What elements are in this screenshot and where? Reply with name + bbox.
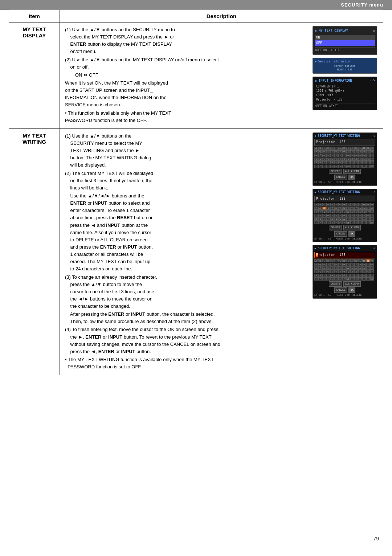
desc-cell-writing: (1) Use the ▲/▼ buttons on the SECURITY … bbox=[60, 128, 383, 375]
desc-text-display: (1) Use the ▲/▼ buttons on the SECURITY … bbox=[65, 26, 308, 125]
ok-btn-3: OK bbox=[348, 287, 355, 293]
writing-buttons-1b: CANCEL OK bbox=[314, 175, 375, 180]
desc-row-writing: (1) Use the ▲/▼ buttons on the SECURITY … bbox=[65, 132, 378, 372]
writing-keyboard-1: ABCDEFGHIJKLMNO PQRSTUVWXYZabcd efghijkl… bbox=[314, 147, 375, 168]
writing-footer-1: ENTER ↵ SET RESET ↺⊙⊞ -DELETE bbox=[314, 180, 375, 184]
option-on: ON bbox=[315, 35, 375, 41]
desc-p3: ON ⇔ OFF bbox=[65, 71, 308, 79]
desc-text-writing: (1) Use the ▲/▼ buttons on the SECURITY … bbox=[65, 132, 308, 372]
writing-keyboard-2: ABCDEFGHIJKLMNO PQRSTUVWXYZabcd efghijkl… bbox=[314, 203, 375, 224]
item-label-writing: MY TEXTWRITING bbox=[23, 132, 46, 145]
writing-buttons-2b: CANCEL OK bbox=[314, 231, 375, 237]
screen-writing-1: ◀ SECURITY_MY TEXT WRITING ⚙ Projector 1… bbox=[313, 132, 377, 186]
writing-keyboard-3: ABCDEFGHIJKLMNO PQRSTUVWXYZabcd efghijkl… bbox=[314, 259, 375, 281]
page-number: 79 bbox=[373, 536, 379, 541]
page: SECURITY menu Item Description MY TEXTDI… bbox=[0, 0, 392, 556]
writing-buttons-1: DELETE ALL CLEAR bbox=[314, 169, 375, 174]
main-table: Item Description MY TEXTDISPLAY (1) Use … bbox=[9, 10, 383, 375]
input-info-text: COMPUTER IN 1 1024 x 768 @60Hz FRAME LOC… bbox=[315, 85, 375, 102]
item-label-display: MY TEXTDISPLAY bbox=[23, 26, 46, 38]
service-title: ⊞ Service information bbox=[315, 60, 375, 64]
col-desc-header: Description bbox=[60, 10, 383, 23]
screen-input-info: ⊞ INPUT_INFORMATION 5.5 COMPUTER IN 1 10… bbox=[313, 77, 377, 110]
writing-p5: After pressing the ENTER or INPUT button… bbox=[65, 311, 308, 325]
col-item-header: Item bbox=[9, 10, 60, 23]
table-row: MY TEXTWRITING (1) Use the ▲/▼ buttons o… bbox=[9, 128, 383, 375]
input-info-footer: ⊙RETURN ⊙EXIT bbox=[315, 103, 375, 109]
header-title: SECURITY menu bbox=[341, 2, 383, 8]
desc-p5: • This function is available only when t… bbox=[65, 110, 308, 124]
writing-buttons-3: DELETE ALL CLEAR bbox=[314, 281, 375, 287]
desc-p4: When it is set ON, the MY TEXT will be d… bbox=[65, 79, 308, 109]
writing-p4: (3) To change an already inserted charac… bbox=[65, 274, 308, 310]
delete-btn-1: DELETE bbox=[329, 169, 342, 174]
delete-btn-3: DELETE bbox=[329, 281, 342, 287]
cancel-btn-3: CANCEL bbox=[334, 287, 347, 293]
screen-writing-3: ◀ SECURITY_MY TEXT WRITING ⚙ Projector 1… bbox=[313, 245, 377, 298]
service-text: screen options Model: 123 bbox=[315, 65, 375, 72]
writing-footer-2: ENTER ↵ SET RESET ↺⊙⊞ -DELETE bbox=[314, 237, 375, 241]
screen-title-display: ⊞ MY TEXT DISPLAY ⚙ bbox=[315, 28, 375, 34]
header-bar: SECURITY menu bbox=[0, 0, 392, 10]
writing-title-3: ◀ SECURITY_MY TEXT WRITING ⚙ bbox=[314, 246, 375, 251]
cancel-btn-2: CANCEL bbox=[334, 231, 347, 237]
ok-btn-2: OK bbox=[348, 231, 355, 237]
cancel-btn-1: CANCEL bbox=[334, 175, 347, 180]
desc-screenshots-writing: ◀ SECURITY_MY TEXT WRITING ⚙ Projector 1… bbox=[313, 132, 378, 299]
writing-p3: Use the ▲/▼/◄/► buttons and the ENTER or… bbox=[65, 192, 308, 273]
desc-screenshots-display: ⊞ MY TEXT DISPLAY ⚙ ON OFF ⊙RETURN ,⊙EXI… bbox=[313, 26, 378, 110]
delete-btn-2: DELETE bbox=[329, 225, 342, 230]
item-cell-writing: MY TEXTWRITING bbox=[9, 128, 60, 375]
allclear-btn-2: ALL CLEAR bbox=[343, 225, 361, 230]
desc-p1: (1) Use the ▲/▼ buttons on the SECURITY … bbox=[65, 26, 308, 56]
desc-cell-display: (1) Use the ▲/▼ buttons on the SECURITY … bbox=[60, 23, 383, 129]
screen-service-info: ⊞ Service information screen options Mod… bbox=[313, 58, 377, 74]
writing-title-1: ◀ SECURITY_MY TEXT WRITING ⚙ bbox=[314, 134, 375, 138]
input-info-title: ⊞ INPUT_INFORMATION 5.5 bbox=[315, 78, 375, 83]
writing-p7: • The MY TEXT WRITING function is availa… bbox=[65, 356, 308, 371]
table-row: MY TEXTDISPLAY (1) Use the ▲/▼ buttons o… bbox=[9, 23, 383, 129]
allclear-btn-3: ALL CLEAR bbox=[343, 281, 361, 287]
writing-buttons-2: DELETE ALL CLEAR bbox=[314, 225, 375, 230]
gear-icon: ⚙ bbox=[373, 28, 375, 34]
writing-p6: (4) To finish entering text, move the cu… bbox=[65, 326, 308, 355]
writing-input-1: Projector 123 bbox=[314, 139, 375, 146]
allclear-btn-1: ALL CLEAR bbox=[343, 169, 361, 174]
screen-footer-display: ⊙RETURN ,⊙EXIT bbox=[315, 47, 375, 53]
item-cell-display: MY TEXTDISPLAY bbox=[9, 23, 60, 129]
writing-footer-3: ENTER ↵ SET RESET ↺⊙⊞ -DELETE bbox=[314, 293, 375, 297]
writing-input-2: Projector 123 bbox=[314, 196, 375, 202]
writing-title-2: ◀ SECURITY_MY TEXT WRITING ⚙ bbox=[314, 190, 375, 195]
writing-p2: (2) The current MY TEXT will be displaye… bbox=[65, 170, 308, 192]
writing-input-3: Projector 123 bbox=[314, 252, 375, 258]
ok-btn-1: OK bbox=[348, 175, 355, 180]
desc-row-display: (1) Use the ▲/▼ buttons on the SECURITY … bbox=[65, 26, 378, 125]
desc-p2: (2) Use the ▲/▼ buttons on the MY TEXT D… bbox=[65, 56, 308, 71]
option-off: OFF bbox=[315, 40, 375, 46]
screen-display-onoff: ⊞ MY TEXT DISPLAY ⚙ ON OFF ⊙RETURN ,⊙EXI… bbox=[313, 26, 377, 55]
writing-p1: (1) Use the ▲/▼ buttons on the SECURITY … bbox=[65, 132, 308, 169]
writing-buttons-3b: CANCEL OK bbox=[314, 287, 375, 293]
screen-writing-2: ◀ SECURITY_MY TEXT WRITING ⚙ Projector 1… bbox=[313, 189, 377, 242]
